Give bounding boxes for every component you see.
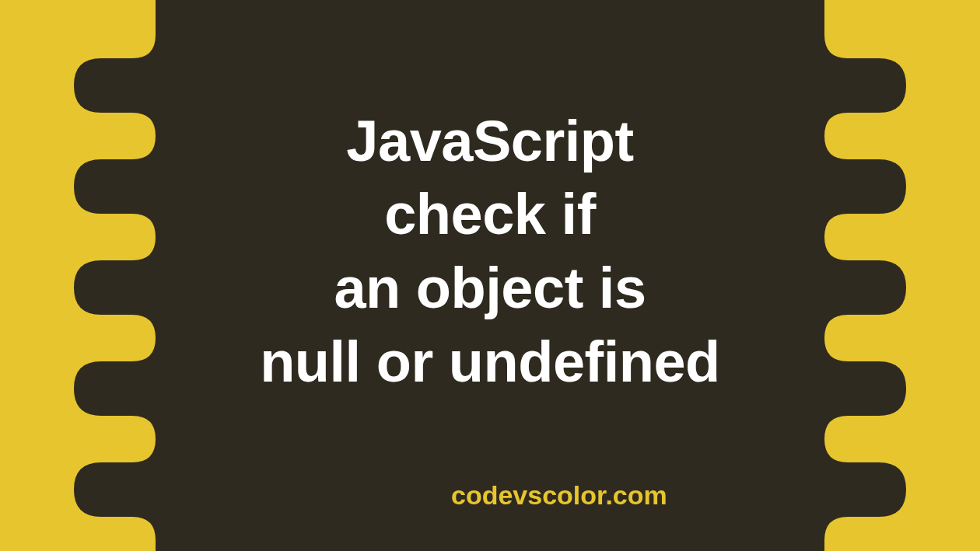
title-line-4: null or undefined: [260, 330, 720, 394]
page-title: JavaScript check if an object is null or…: [0, 105, 980, 399]
title-line-2: check if: [384, 182, 596, 246]
title-line-3: an object is: [334, 256, 646, 320]
main-content: JavaScript check if an object is null or…: [0, 105, 980, 399]
title-line-1: JavaScript: [346, 109, 633, 173]
site-url-label: codevscolor.com: [451, 480, 667, 511]
